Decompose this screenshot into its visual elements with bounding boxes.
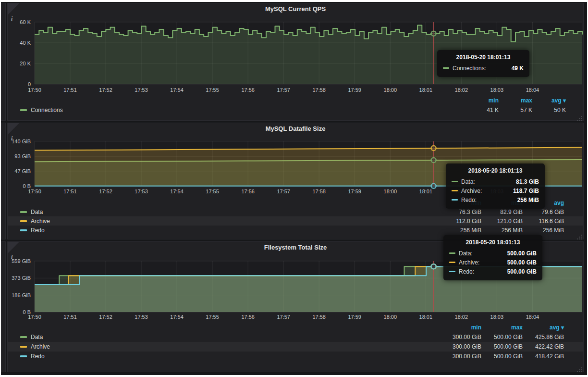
qps-time-series-chart[interactable]: 17:5017:5117:5217:5317:5417:5517:5617:57…: [8, 15, 584, 96]
series-color-dash-icon: [20, 355, 27, 357]
panel-resize-handle[interactable]: [576, 365, 582, 371]
panel-legend: minmaxavgData76.3 GiB82.9 GiB79.6 GiBArc…: [8, 198, 583, 235]
legend-series-label[interactable]: Redo: [31, 353, 45, 360]
legend-min-value: 112.0 GiB: [440, 218, 481, 225]
series-color-dash-icon: [20, 346, 27, 348]
svg-text:17:54: 17:54: [170, 314, 184, 320]
cropped-panel-edge: [1, 123, 6, 239]
svg-text:18:01: 18:01: [419, 87, 433, 93]
legend-row: Data300.00 GiB500.00 GiB425.86 GiB: [8, 332, 583, 342]
filesystem-size-time-series-chart[interactable]: 17:5017:5117:5217:5317:5417:5517:5617:57…: [8, 253, 584, 322]
svg-text:18:02: 18:02: [455, 188, 468, 194]
svg-text:17:57: 17:57: [277, 188, 290, 194]
svg-text:17:51: 17:51: [63, 188, 77, 194]
svg-text:17:50: 17:50: [28, 87, 41, 93]
svg-text:17:57: 17:57: [277, 314, 290, 320]
legend-sort-min[interactable]: min: [440, 200, 481, 206]
panel-info-icon[interactable]: i: [8, 3, 19, 15]
legend-max-value: 121.0 GiB: [481, 218, 523, 225]
panel-info-icon[interactable]: i: [8, 242, 19, 253]
legend-series-label[interactable]: Archive: [31, 343, 50, 350]
panel-title[interactable]: Filesystem Total Size: [8, 242, 583, 253]
datafile-size-time-series-chart[interactable]: 17:5017:5117:5217:5317:5417:5517:5617:57…: [8, 135, 584, 197]
legend-sort-min[interactable]: min: [465, 97, 499, 104]
legend-max-value: 500.00 GiB: [481, 343, 523, 350]
legend-series-label[interactable]: Redo: [31, 227, 45, 234]
panel-mysql-datafile-size: i MySQL Datafile Size 17:5017:5117:5217:…: [7, 123, 584, 239]
panel-resize-handle[interactable]: [576, 233, 582, 239]
svg-text:17:54: 17:54: [170, 87, 184, 93]
panel-title[interactable]: MySQL Current QPS: [8, 3, 583, 15]
legend-max-value: 500.00 GiB: [481, 334, 523, 340]
legend-sort-avg[interactable]: avg: [523, 200, 564, 206]
svg-text:140 GiB: 140 GiB: [12, 138, 31, 144]
legend-min-value: 300.00 GiB: [440, 343, 481, 350]
legend-series-label[interactable]: Connections: [31, 107, 63, 113]
svg-text:47 GiB: 47 GiB: [14, 168, 31, 174]
legend-min-value: 300.00 GiB: [440, 353, 481, 360]
series-color-dash-icon: [20, 229, 27, 231]
svg-text:18:03: 18:03: [490, 314, 504, 320]
panel-filesystem-total-size: i Filesystem Total Size 17:5017:5117:521…: [7, 241, 584, 372]
legend-avg-value: 116.6 GiB: [523, 218, 564, 225]
svg-text:17:56: 17:56: [241, 314, 255, 320]
panel-resize-handle[interactable]: [576, 114, 582, 120]
legend-row: Data76.3 GiB82.9 GiB79.6 GiB: [8, 207, 583, 216]
legend-row: Redo300.00 GiB500.00 GiB418.42 GiB: [8, 352, 583, 361]
legend-sort-max[interactable]: max: [481, 200, 523, 206]
svg-text:17:53: 17:53: [135, 188, 148, 194]
svg-text:18:00: 18:00: [384, 87, 397, 93]
legend-avg-value: 425.86 GiB: [523, 334, 564, 340]
svg-text:17:50: 17:50: [28, 188, 41, 194]
svg-text:0: 0: [28, 81, 31, 87]
svg-text:17:58: 17:58: [312, 314, 326, 320]
series-color-dash-icon: [20, 109, 27, 111]
panel-legend: minmaxavg ▾Data300.00 GiB500.00 GiB425.8…: [8, 323, 583, 361]
legend-sort-max[interactable]: max: [481, 324, 523, 331]
legend-header-row: minmaxavg: [8, 198, 583, 207]
legend-row: Archive300.00 GiB500.00 GiB422.42 GiB: [8, 342, 583, 352]
svg-text:17:54: 17:54: [170, 188, 184, 194]
svg-text:17:59: 17:59: [348, 87, 361, 93]
svg-text:17:53: 17:53: [135, 87, 148, 93]
legend-min-value: 76.3 GiB: [440, 209, 481, 215]
svg-text:18:01: 18:01: [419, 314, 433, 320]
legend-sort-avg[interactable]: avg ▾: [532, 97, 566, 104]
legend-max-value: 82.9 GiB: [481, 209, 523, 215]
series-color-dash-icon: [20, 211, 27, 213]
legend-series-label[interactable]: Data: [31, 334, 43, 340]
cropped-panel-edge: [1, 241, 6, 372]
svg-text:20 K: 20 K: [20, 61, 31, 66]
svg-text:60 K: 60 K: [20, 19, 31, 25]
panel-title[interactable]: MySQL Datafile Size: [8, 123, 583, 135]
panel-mysql-current-qps: i MySQL Current QPS 17:5017:5117:5217:53…: [7, 3, 584, 121]
legend-series-label[interactable]: Archive: [31, 218, 50, 225]
panel-info-icon[interactable]: i: [8, 123, 19, 135]
svg-text:18:02: 18:02: [455, 314, 468, 320]
svg-text:17:56: 17:56: [241, 87, 255, 93]
legend-series-label[interactable]: Data: [31, 209, 43, 215]
svg-text:17:58: 17:58: [312, 188, 326, 194]
legend-row: Connections41 K57 K50 K: [8, 105, 583, 115]
svg-text:17:51: 17:51: [63, 87, 77, 93]
legend-min-value: 41 K: [465, 107, 499, 113]
svg-text:18:03: 18:03: [490, 188, 504, 194]
svg-text:18:04: 18:04: [526, 188, 539, 194]
legend-header-row: minmaxavg ▾: [8, 323, 583, 332]
svg-text:18:01: 18:01: [419, 188, 433, 194]
svg-text:17:52: 17:52: [99, 314, 112, 320]
legend-header-row: minmaxavg ▾: [8, 96, 583, 105]
svg-text:17:55: 17:55: [206, 188, 219, 194]
svg-text:40 K: 40 K: [20, 40, 31, 46]
svg-text:17:52: 17:52: [99, 87, 112, 93]
svg-text:17:56: 17:56: [241, 188, 255, 194]
svg-text:18:00: 18:00: [384, 314, 397, 320]
legend-row: Redo256 MiB256 MiB256 MiB: [8, 226, 583, 235]
legend-sort-avg[interactable]: avg ▾: [523, 324, 564, 331]
legend-avg-value: 256 MiB: [523, 227, 564, 234]
svg-text:559 GiB: 559 GiB: [12, 258, 31, 264]
legend-avg-value: 50 K: [532, 107, 566, 113]
legend-sort-min[interactable]: min: [440, 324, 481, 331]
legend-sort-max[interactable]: max: [499, 97, 532, 104]
legend-min-value: 256 MiB: [440, 227, 481, 234]
